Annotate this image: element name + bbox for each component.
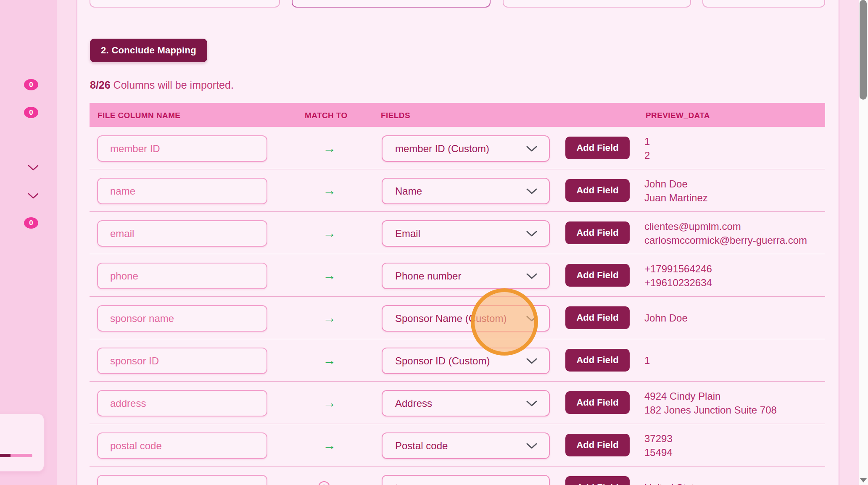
arrow-right-icon: → bbox=[315, 254, 344, 297]
file-column-input[interactable] bbox=[97, 432, 267, 459]
chevron-down-icon bbox=[526, 146, 537, 152]
table-header: FILE COLUMN NAME MATCH TO FIELDS PREVIEW… bbox=[90, 103, 825, 127]
chevron-down-icon bbox=[526, 316, 537, 322]
add-field-button[interactable]: Add Field bbox=[565, 476, 630, 485]
alert-circle-icon: ! bbox=[318, 481, 330, 485]
preview-data: John Doe Juan Martinez bbox=[644, 169, 821, 212]
chevron-down-icon bbox=[526, 358, 537, 364]
preview-data: 1 bbox=[644, 339, 821, 382]
preview-data: 1 2 bbox=[644, 127, 821, 169]
preview-line: United States bbox=[644, 481, 821, 485]
import-summary-text: Columns will be imported. bbox=[111, 79, 234, 91]
sidebar-count-badge: 0 bbox=[24, 107, 38, 118]
arrow-right-icon: → bbox=[315, 382, 344, 424]
chevron-down-icon bbox=[526, 231, 537, 237]
sidebar-bottom-card bbox=[0, 413, 45, 472]
preview-line: 37293 bbox=[644, 432, 821, 445]
chevron-down-icon[interactable] bbox=[28, 165, 39, 171]
col-header-preview-data: PREVIEW_DATA bbox=[646, 111, 710, 120]
field-select[interactable]: member ID (Custom) bbox=[382, 135, 550, 162]
field-select-value: Phone number bbox=[395, 270, 526, 282]
preview-data: 37293 15494 bbox=[644, 424, 821, 467]
add-field-button[interactable]: Add Field bbox=[565, 137, 630, 159]
arrow-right-icon: → bbox=[315, 339, 344, 382]
preview-line: clientes@upmlm.com bbox=[644, 219, 821, 233]
sidebar bbox=[0, 0, 57, 485]
scrollbar-down-arrow-icon[interactable] bbox=[860, 478, 867, 482]
add-field-button[interactable]: Add Field bbox=[565, 179, 630, 202]
scrollbar-thumb[interactable] bbox=[860, 0, 867, 100]
top-field-4[interactable] bbox=[702, 0, 825, 8]
field-select[interactable]: Address bbox=[382, 390, 550, 416]
file-column-input[interactable] bbox=[97, 475, 267, 485]
preview-line: +17991564246 bbox=[644, 262, 821, 276]
field-select-value: Ignore bbox=[395, 482, 526, 485]
table-row-phone: → Phone number Add Field +17991564246 +1… bbox=[90, 254, 825, 297]
content-right-gutter bbox=[839, 0, 859, 485]
table-row-postal-code: → Postal code Add Field 37293 15494 bbox=[90, 424, 825, 467]
col-header-fields: FIELDS bbox=[381, 111, 410, 120]
sidebar-count-badge: 0 bbox=[24, 217, 38, 229]
file-column-input[interactable] bbox=[97, 220, 267, 247]
preview-data: 4924 Cindy Plain 182 Jones Junction Suit… bbox=[644, 382, 821, 424]
preview-line: 1 bbox=[644, 353, 821, 367]
import-summary: 8/26 Columns will be imported. bbox=[90, 79, 234, 91]
field-select[interactable]: Email bbox=[382, 220, 550, 247]
field-select-value: Email bbox=[395, 228, 526, 240]
field-select-value: Sponsor Name (Custom) bbox=[395, 313, 526, 324]
field-select[interactable]: Phone number bbox=[382, 263, 550, 289]
table-row-sponsor-id: → Sponsor ID (Custom) Add Field 1 bbox=[90, 339, 825, 382]
sidebar-count-badge: 0 bbox=[24, 79, 38, 90]
file-column-input[interactable] bbox=[97, 263, 267, 289]
add-field-button[interactable]: Add Field bbox=[565, 349, 630, 372]
file-column-input[interactable] bbox=[97, 178, 267, 204]
table-row-name: → Name Add Field John Doe Juan Martinez bbox=[90, 169, 825, 212]
preview-line: 1 bbox=[644, 134, 821, 148]
add-field-button[interactable]: Add Field bbox=[565, 221, 630, 244]
progress-bar-filled bbox=[0, 454, 11, 457]
field-select[interactable]: Postal code bbox=[382, 432, 550, 459]
col-header-match-to: MATCH TO bbox=[305, 111, 348, 120]
field-select[interactable]: Sponsor Name (Custom) bbox=[382, 305, 550, 332]
preview-line: Juan Martinez bbox=[644, 191, 821, 205]
sidebar-gutter bbox=[57, 0, 77, 485]
field-select[interactable]: Ignore bbox=[382, 475, 550, 485]
progress-bar-track bbox=[11, 454, 32, 457]
preview-line: 2 bbox=[644, 148, 821, 162]
field-select-value: Sponsor ID (Custom) bbox=[395, 355, 526, 367]
preview-line: 182 Jones Junction Suite 708 bbox=[644, 403, 821, 417]
field-select-value: Postal code bbox=[395, 440, 526, 452]
add-field-button[interactable]: Add Field bbox=[565, 306, 630, 329]
top-field-1[interactable] bbox=[90, 0, 280, 8]
field-select-value: member ID (Custom) bbox=[395, 143, 526, 155]
preview-line: +19610232634 bbox=[644, 276, 821, 290]
add-field-button[interactable]: Add Field bbox=[565, 434, 630, 456]
table-row-address: → Address Add Field 4924 Cindy Plain 182… bbox=[90, 382, 825, 424]
table-row-email: → Email Add Field clientes@upmlm.com car… bbox=[90, 212, 825, 254]
add-field-button[interactable]: Add Field bbox=[565, 264, 630, 287]
preview-data: clientes@upmlm.com carlosmccormick@berry… bbox=[644, 212, 821, 254]
mapping-table: → member ID (Custom) Add Field 1 2 → Nam… bbox=[90, 127, 825, 485]
col-header-file-column-name: FILE COLUMN NAME bbox=[98, 111, 180, 120]
table-row-country: ! Ignore Add Field United States bbox=[90, 467, 825, 485]
import-count: 8/26 bbox=[90, 79, 111, 91]
preview-data: John Doe bbox=[644, 297, 821, 339]
file-column-input[interactable] bbox=[97, 390, 267, 416]
field-select[interactable]: Name bbox=[382, 178, 550, 204]
chevron-down-icon[interactable] bbox=[28, 193, 39, 199]
top-field-2-focused[interactable] bbox=[292, 0, 491, 8]
file-column-input[interactable] bbox=[97, 305, 267, 332]
conclude-mapping-button[interactable]: 2. Conclude Mapping bbox=[90, 39, 207, 62]
file-column-input[interactable] bbox=[97, 348, 267, 374]
chevron-down-icon bbox=[526, 401, 537, 406]
field-select-value: Name bbox=[395, 185, 526, 197]
preview-line: John Doe bbox=[644, 177, 821, 191]
field-select[interactable]: Sponsor ID (Custom) bbox=[382, 348, 550, 374]
field-select-value: Address bbox=[395, 398, 526, 409]
preview-data: United States bbox=[644, 467, 821, 485]
top-field-3[interactable] bbox=[503, 0, 691, 8]
add-field-button[interactable]: Add Field bbox=[565, 391, 630, 414]
chevron-down-icon bbox=[526, 188, 537, 194]
arrow-right-icon: → bbox=[315, 169, 344, 212]
file-column-input[interactable] bbox=[97, 135, 267, 162]
